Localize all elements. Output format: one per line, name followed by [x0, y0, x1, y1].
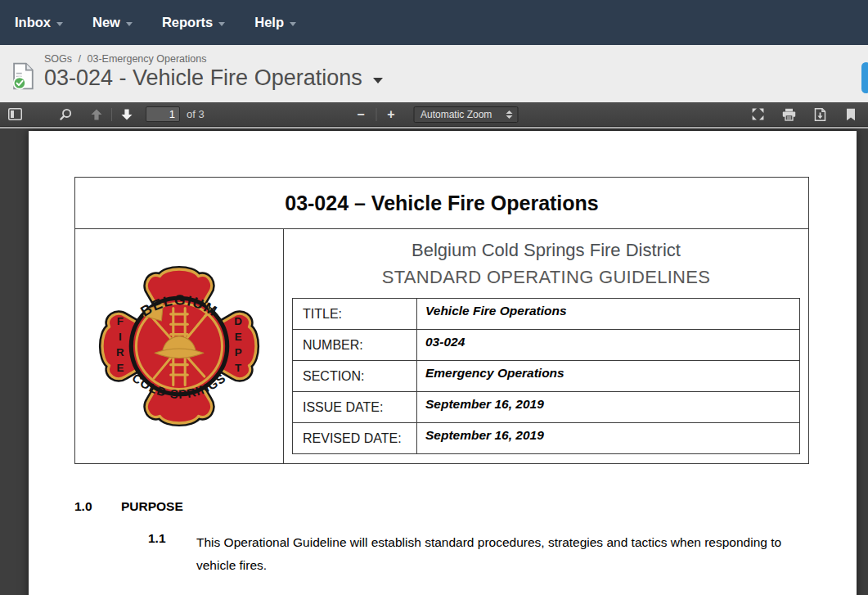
nav-menu-reports-label: Reports	[162, 15, 213, 30]
nav-menu-inbox[interactable]: Inbox	[5, 0, 73, 45]
sidebar-toggle-button[interactable]	[4, 105, 25, 124]
chevron-down-icon	[290, 22, 296, 26]
logo-cell: BELGIUM COLD SPRINGS FIRE DEPT	[75, 229, 284, 463]
doc-info-cell: Belgium Cold Springs Fire District STAND…	[284, 229, 808, 463]
nav-menu-reports[interactable]: Reports	[152, 0, 235, 45]
zoom-level-select[interactable]: Automatic Zoom	[413, 106, 518, 123]
pdf-toolbar: of 3 − + Automatic Zoom	[0, 102, 868, 127]
info-label-title: TITLE:	[293, 299, 417, 330]
download-button[interactable]	[809, 105, 830, 124]
item-text: This Operational Guideline will establis…	[196, 531, 795, 576]
zoom-level-value: Automatic Zoom	[421, 109, 492, 120]
presentation-mode-button[interactable]	[747, 105, 768, 124]
badge-left-text: FIRE	[114, 315, 126, 377]
nav-menu-new-label: New	[92, 15, 120, 30]
info-value-section: Emergency Operations	[417, 361, 800, 392]
toolbar-right-group	[747, 105, 861, 124]
header-text-block: SOGs / 03-Emergency Operations 03-024 - …	[44, 53, 383, 90]
bookmark-button[interactable]	[840, 105, 861, 124]
title-row: 03-024 - Vehicle Fire Operations	[44, 65, 383, 90]
download-icon	[814, 108, 826, 121]
zoom-out-button[interactable]: −	[350, 105, 371, 124]
table-row: SECTION: Emergency Operations	[293, 361, 800, 392]
info-label-section: SECTION:	[293, 361, 417, 392]
nav-menu-new[interactable]: New	[83, 0, 142, 45]
pdf-page: 03-024 – Vehicle Fire Operations	[29, 131, 857, 595]
top-navbar: Inbox New Reports Help	[0, 0, 868, 45]
section-heading-row: 1.0 PURPOSE	[74, 499, 857, 514]
breadcrumb-separator: /	[79, 53, 81, 65]
zoom-controls: − + Automatic Zoom	[350, 105, 518, 124]
section-item-row: 1.1 This Operational Guideline will esta…	[74, 531, 857, 576]
badge-right-text: DEPT	[232, 315, 245, 377]
nav-menu-inbox-label: Inbox	[15, 15, 51, 30]
table-row: REVISED DATE: September 16, 2019	[293, 423, 800, 454]
info-value-revised-date: September 16, 2019	[417, 423, 800, 454]
section-heading: PURPOSE	[121, 499, 183, 514]
zoom-in-button[interactable]: +	[380, 105, 402, 124]
app-window: Inbox New Reports Help	[0, 0, 868, 595]
org-subtitle: STANDARD OPERATING GUIDELINES	[284, 267, 808, 288]
info-label-revised-date: REVISED DATE:	[293, 423, 417, 454]
info-value-title: Vehicle Fire Operations	[417, 299, 800, 330]
section-number: 1.0	[74, 499, 121, 514]
toolbar-separator	[111, 108, 112, 121]
chevron-down-icon	[126, 22, 133, 26]
doc-info-table: TITLE: Vehicle Fire Operations NUMBER: 0…	[292, 298, 800, 454]
table-row: TITLE: Vehicle Fire Operations	[293, 299, 800, 330]
breadcrumb-item-sogs[interactable]: SOGs	[44, 53, 72, 65]
page-number-input[interactable]	[146, 106, 180, 122]
info-label-issue-date: ISSUE DATE:	[293, 392, 417, 423]
fullscreen-icon	[751, 107, 765, 121]
table-row: NUMBER: 03-024	[293, 330, 800, 361]
breadcrumb: SOGs / 03-Emergency Operations	[44, 53, 383, 65]
page-header: SOGs / 03-Emergency Operations 03-024 - …	[0, 45, 868, 102]
scrollbar-thumb[interactable]	[861, 62, 868, 93]
info-value-number: 03-024	[417, 330, 800, 361]
table-row: ISSUE DATE: September 16, 2019	[293, 392, 800, 423]
toolbar-separator	[376, 108, 376, 121]
chevron-down-icon	[218, 22, 225, 26]
search-icon	[60, 108, 72, 120]
doc-header-box: BELGIUM COLD SPRINGS FIRE DEPT Belgium C…	[74, 228, 809, 464]
bookmark-icon	[846, 108, 856, 121]
info-label-number: NUMBER:	[293, 330, 417, 361]
nav-menu-help[interactable]: Help	[245, 0, 306, 45]
find-button[interactable]	[55, 105, 76, 124]
print-button[interactable]	[778, 105, 799, 124]
page-count-label: of 3	[187, 108, 205, 120]
org-name: Belgium Cold Springs Fire District	[284, 240, 808, 261]
fire-department-badge: BELGIUM COLD SPRINGS FIRE DEPT	[92, 262, 267, 430]
plus-icon: +	[387, 108, 394, 121]
arrow-down-icon	[120, 108, 133, 121]
info-value-issue-date: September 16, 2019	[417, 392, 800, 423]
minus-icon: −	[357, 108, 364, 121]
sidebar-toggle-icon	[8, 108, 22, 120]
select-updown-icon	[506, 110, 512, 119]
doc-title: 03-024 – Vehicle Fire Operations	[285, 192, 599, 215]
page-down-button[interactable]	[116, 105, 137, 124]
document-approved-icon	[11, 62, 36, 93]
doc-title-box: 03-024 – Vehicle Fire Operations	[74, 177, 809, 229]
chevron-down-icon	[56, 22, 63, 26]
title-dropdown-caret-icon[interactable]	[373, 78, 383, 83]
page-title: 03-024 - Vehicle Fire Operations	[44, 65, 362, 90]
print-icon	[782, 108, 796, 121]
item-number: 1.1	[148, 531, 196, 576]
page-up-button[interactable]	[86, 105, 107, 124]
arrow-up-icon	[90, 108, 103, 121]
nav-menu-help-label: Help	[254, 15, 284, 30]
breadcrumb-item-section[interactable]: 03-Emergency Operations	[88, 53, 207, 65]
pdf-viewer[interactable]: 03-024 – Vehicle Fire Operations	[0, 127, 868, 595]
